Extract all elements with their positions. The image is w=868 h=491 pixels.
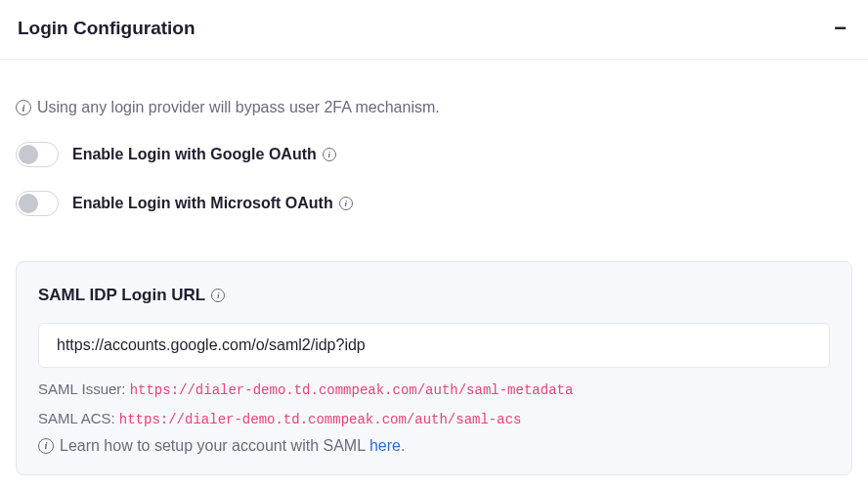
toggle-knob [19, 145, 38, 164]
microsoft-oauth-label-text: Enable Login with Microsoft OAuth [72, 195, 333, 212]
saml-learn-text: Learn how to setup your account with SAM… [60, 437, 405, 455]
saml-config-panel: SAML IDP Login URL i SAML Issuer: https:… [16, 261, 852, 475]
saml-issuer-value: https://dialer-demo.td.commpeak.com/auth… [130, 382, 574, 398]
google-oauth-toggle[interactable] [16, 142, 59, 167]
saml-setup-link[interactable]: here [369, 437, 401, 454]
learn-text-pre: Learn how to setup your account with SAM… [60, 437, 369, 454]
saml-learn-row: i Learn how to setup your account with S… [38, 437, 830, 455]
saml-idp-url-input[interactable] [38, 323, 830, 368]
section-header: Login Configuration − [0, 0, 868, 60]
microsoft-oauth-label: Enable Login with Microsoft OAuth i [72, 195, 353, 212]
info-icon[interactable]: i [211, 289, 225, 302]
saml-acs-label: SAML ACS: [38, 410, 115, 426]
saml-issuer-row: SAML Issuer: https://dialer-demo.td.comm… [38, 378, 830, 401]
info-icon[interactable]: i [339, 197, 353, 210]
saml-issuer-label: SAML Issuer: [38, 380, 125, 397]
info-icon[interactable]: i [323, 148, 336, 161]
google-oauth-label: Enable Login with Google OAuth i [72, 146, 336, 163]
section-content: i Using any login provider will bypass u… [0, 60, 868, 491]
microsoft-oauth-toggle[interactable] [16, 191, 59, 216]
bypass-2fa-notice: i Using any login provider will bypass u… [16, 99, 852, 116]
saml-panel-title: SAML IDP Login URL i [38, 286, 830, 305]
learn-text-post: . [401, 437, 405, 454]
google-oauth-row: Enable Login with Google OAuth i [16, 142, 852, 167]
minus-icon: − [834, 16, 846, 40]
info-icon: i [16, 100, 31, 115]
microsoft-oauth-row: Enable Login with Microsoft OAuth i [16, 191, 852, 216]
saml-acs-row: SAML ACS: https://dialer-demo.td.commpea… [38, 407, 830, 430]
saml-title-text: SAML IDP Login URL [38, 286, 205, 305]
section-title: Login Configuration [18, 18, 195, 39]
toggle-knob [19, 194, 38, 213]
saml-acs-value: https://dialer-demo.td.commpeak.com/auth… [119, 412, 522, 427]
collapse-button[interactable]: − [830, 18, 850, 39]
info-icon: i [38, 438, 54, 454]
google-oauth-label-text: Enable Login with Google OAuth [72, 146, 317, 163]
notice-text: Using any login provider will bypass use… [37, 99, 440, 116]
